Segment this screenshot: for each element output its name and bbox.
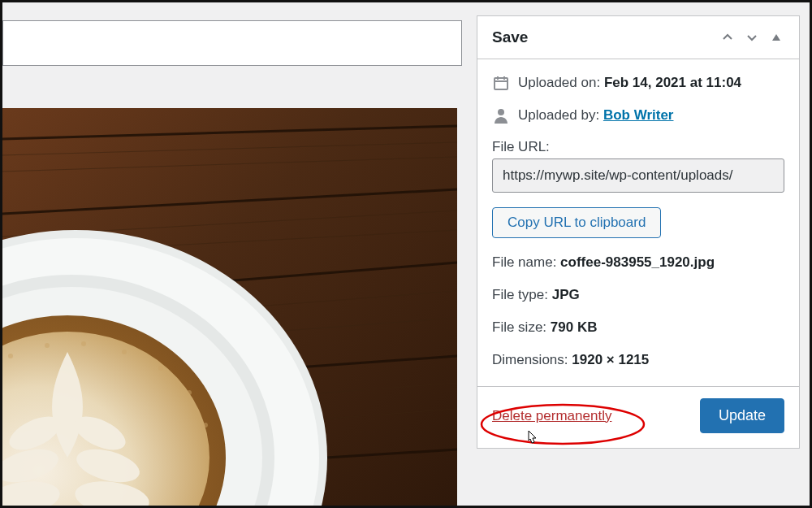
chevron-down-icon[interactable] <box>742 28 762 47</box>
user-icon <box>492 106 510 124</box>
file-url-label: File URL: <box>492 139 784 155</box>
svg-point-30 <box>122 350 127 354</box>
svg-point-33 <box>203 423 208 428</box>
copy-url-button[interactable]: Copy URL to clipboard <box>492 207 661 238</box>
file-name-label: File name: <box>492 254 560 270</box>
svg-point-28 <box>45 343 50 348</box>
panel-title: Save <box>492 28 713 46</box>
file-type-value: JPG <box>552 287 580 302</box>
svg-rect-35 <box>495 78 508 89</box>
svg-point-31 <box>158 366 163 371</box>
save-panel: Save Uploaded on: Feb 14, 2021 <box>477 15 800 449</box>
file-size-label: File size: <box>492 319 551 335</box>
svg-point-39 <box>498 109 504 115</box>
collapse-triangle-icon[interactable] <box>767 28 786 47</box>
file-url-input[interactable] <box>492 158 784 193</box>
file-name-value: coffee-983955_1920.jpg <box>560 254 715 270</box>
uploaded-by-label: Uploaded by: <box>518 107 603 123</box>
uploaded-on-label: Uploaded on: <box>518 75 604 90</box>
title-input[interactable] <box>2 20 462 66</box>
svg-marker-34 <box>772 34 780 41</box>
svg-point-32 <box>187 390 192 395</box>
file-type-label: File type: <box>492 287 552 302</box>
delete-permanently-link[interactable]: Delete permanently <box>492 408 611 424</box>
svg-point-27 <box>8 354 13 358</box>
dimensions-label: Dimensions: <box>492 352 572 367</box>
media-preview <box>2 108 462 506</box>
update-button[interactable]: Update <box>700 398 784 433</box>
dimensions-value: 1920 × 1215 <box>572 352 649 367</box>
calendar-icon <box>492 74 510 92</box>
chevron-up-icon[interactable] <box>718 28 737 47</box>
svg-point-29 <box>81 341 86 346</box>
uploaded-by-user-link[interactable]: Bob Writer <box>603 107 674 123</box>
cursor-pointer-icon <box>522 429 540 452</box>
uploaded-on-value: Feb 14, 2021 at 11:04 <box>604 75 741 90</box>
file-size-value: 790 KB <box>551 319 598 335</box>
